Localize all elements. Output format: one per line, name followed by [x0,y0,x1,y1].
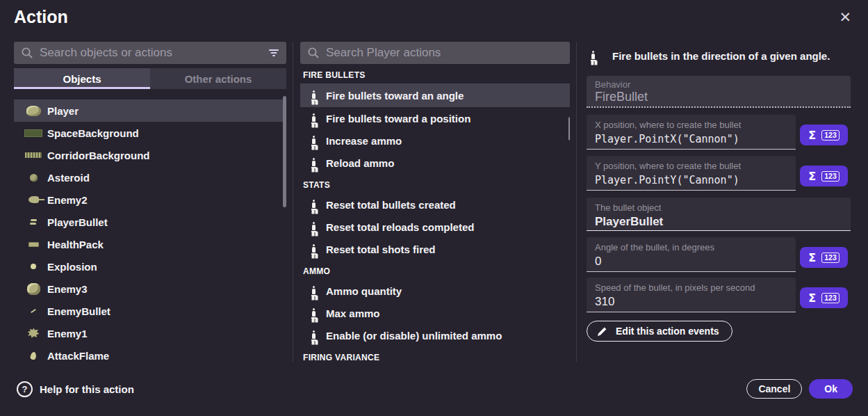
object-row[interactable]: Enemy3 [14,278,286,300]
enemy-bullet-icon [24,310,43,312]
bullet-action-icon [311,244,318,255]
help-label: Help for this action [40,383,134,395]
y-expression-editor-button[interactable]: Σ 123 [800,166,848,186]
actions-search-box [300,42,570,64]
object-list: PlayerSpaceBackgroundCorridorBackgroundA… [14,99,286,367]
speed-field[interactable]: Speed of the bullet, in pixels per secon… [587,278,796,312]
action-row[interactable]: Reload ammo [300,152,570,174]
x-position-value[interactable]: Player.PointX("Cannon") [595,131,787,147]
edit-action-events-label: Edit this action events [616,326,719,337]
angle-expression-editor-button[interactable]: Σ 123 [800,247,848,268]
action-label: Reset total bullets created [326,199,456,211]
object-label: Explosion [47,261,97,273]
bullet-action-icon [591,51,597,61]
objects-panel: Objects Other actions PlayerSpaceBackgro… [14,42,286,363]
sigma-icon: Σ [808,129,816,142]
action-description: Fire bullets in the direction of a given… [612,50,830,62]
bullet-action-icon [311,136,318,146]
bullet-action-icon [311,158,318,168]
action-category-header: STATS [300,177,570,193]
bullet-action-icon [311,308,318,319]
bullet-object-field[interactable]: The bullet object PlayerBullet [587,198,851,231]
angle-label: Angle of the bullet, in degrees [595,241,787,253]
ok-button[interactable]: Ok [809,379,853,399]
actions-panel: FIRE BULLETSFire bullets toward an angle… [300,42,570,363]
corridor-background-icon [24,152,43,158]
object-row[interactable]: Enemy2 [14,189,286,211]
dialog-title: Action [14,7,68,27]
action-row[interactable]: Fire bullets toward an angle [300,83,570,107]
object-label: PlayerBullet [47,216,108,228]
search-icon [307,47,320,59]
action-row[interactable]: Ammo quantity [300,280,570,302]
actions-search-input[interactable] [326,46,563,60]
object-row[interactable]: Player [14,99,286,122]
object-label: EnemyBullet [47,305,110,317]
close-icon[interactable]: ✕ [839,10,851,24]
help-link[interactable]: ? Help for this action [17,381,134,397]
object-label: Enemy3 [47,283,88,295]
action-row[interactable]: Reset total reloads completed [300,216,570,238]
speed-expression-editor-button[interactable]: Σ 123 [800,287,848,308]
bullet-action-icon [311,286,318,296]
action-row[interactable]: Enable (or disable) unlimited ammo [300,324,570,346]
numbers-icon: 123 [821,253,840,263]
x-position-label: X position, where to create the bullet [595,119,787,131]
action-label: Reset total reloads completed [326,221,474,233]
behavior-field: Behavior FireBullet [587,76,851,108]
objects-search-input[interactable] [40,46,262,60]
action-row[interactable]: Reset total shots fired [300,238,570,260]
action-category-header: FIRING VARIANCE [300,349,570,363]
x-expression-editor-button[interactable]: Σ 123 [800,125,848,145]
action-label: Max ammo [326,307,380,319]
numbers-icon: 123 [821,171,840,182]
y-position-value[interactable]: Player.PointY("Cannon") [595,172,787,189]
edit-action-events-button[interactable]: Edit this action events [587,321,732,342]
objects-scrollbar[interactable] [283,96,286,207]
speed-value[interactable]: 310 [595,294,787,310]
object-row[interactable]: Asteroid [14,166,286,189]
health-pack-icon [24,242,43,247]
object-label: Enemy2 [47,194,88,206]
tab-objects[interactable]: Objects [14,68,150,89]
enemy3-icon [24,283,43,295]
object-row[interactable]: Explosion [14,255,286,278]
asteroid-icon [24,174,43,182]
object-row[interactable]: EnemyBullet [14,300,286,322]
angle-value[interactable]: 0 [595,253,787,270]
objects-search-box [14,42,286,64]
bullet-object-value[interactable]: PlayerBullet [595,214,842,230]
y-position-field[interactable]: Y position, where to create the bullet P… [587,156,796,191]
panel-divider [576,42,577,362]
sigma-icon: Σ [808,251,816,264]
speed-label: Speed of the bullet, in pixels per secon… [595,282,787,294]
space-background-icon [24,129,43,137]
cancel-button[interactable]: Cancel [746,379,802,399]
action-row[interactable]: Fire bullets toward a position [300,107,570,129]
behavior-label: Behavior [595,79,842,90]
angle-field[interactable]: Angle of the bullet, in degrees 0 [587,237,796,272]
x-position-field[interactable]: X position, where to create the bullet P… [587,115,796,150]
help-icon: ? [17,381,33,397]
player-ship-icon [24,106,43,116]
object-row[interactable]: Enemy1 [14,322,286,344]
object-row[interactable]: SpaceBackground [14,122,286,144]
object-row[interactable]: PlayerBullet [14,211,286,233]
filter-icon[interactable] [268,49,279,57]
tab-other-actions[interactable]: Other actions [150,68,286,89]
actions-scrollbar[interactable] [568,117,570,141]
object-row[interactable]: HealthPack [14,233,286,255]
action-row[interactable]: Increase ammo [300,129,570,152]
object-label: Enemy1 [47,328,88,339]
bullet-action-icon [311,222,318,232]
action-row[interactable]: Max ammo [300,302,570,324]
left-tabs: Objects Other actions [14,68,286,89]
bullet-action-icon [311,330,318,341]
sigma-icon: Σ [808,291,816,305]
object-row[interactable]: CorridorBackground [14,144,286,166]
action-category-header: FIRE BULLETS [300,67,570,83]
action-label: Ammo quantity [326,285,402,297]
action-row[interactable]: Reset total bullets created [300,193,570,216]
action-label: Increase ammo [326,135,402,147]
bullet-action-icon [311,113,318,124]
